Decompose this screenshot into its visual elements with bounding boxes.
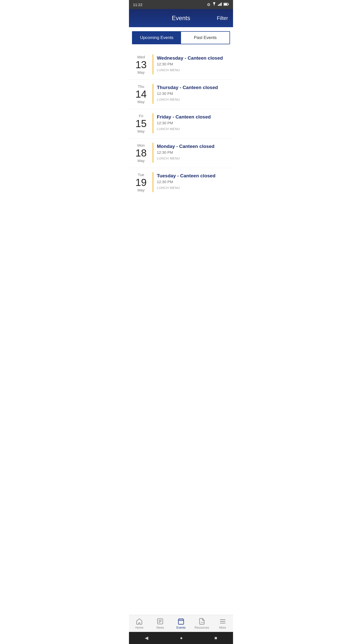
event-details: Tuesday - Canteen closed 12:30 PM LUNCH …	[157, 172, 229, 190]
status-bar: 11:22 ⚙	[129, 0, 233, 9]
event-item[interactable]: Thu 14 May Thursday - Canteen closed 12:…	[129, 80, 233, 109]
event-details: Friday - Canteen closed 12:30 PM LUNCH M…	[157, 113, 229, 131]
svg-rect-1	[219, 4, 220, 6]
event-tag: LUNCH MENU	[157, 186, 229, 190]
events-list: Wed 13 May Wednesday - Canteen closed 12…	[129, 48, 233, 196]
signal-icon	[218, 2, 222, 7]
svg-rect-3	[221, 3, 222, 6]
event-day-number: 15	[135, 118, 147, 129]
event-title: Thursday - Canteen closed	[157, 85, 229, 90]
event-time: 12:30 PM	[157, 180, 229, 184]
status-time: 11:22	[133, 3, 143, 7]
page-title: Events	[149, 15, 213, 22]
event-title: Tuesday - Canteen closed	[157, 173, 229, 179]
event-day-name: Tue	[138, 173, 144, 177]
event-date: Fri 15 May	[133, 113, 149, 133]
event-day-number: 13	[135, 60, 147, 70]
event-time: 12:30 PM	[157, 91, 229, 96]
status-icons: ⚙	[207, 2, 229, 7]
wifi-icon	[212, 2, 216, 7]
event-item[interactable]: Mon 18 May Monday - Canteen closed 12:30…	[129, 139, 233, 168]
svg-rect-6	[224, 4, 227, 5]
event-date: Mon 18 May	[133, 143, 149, 163]
tabs-container: Upcoming Events Past Events	[132, 31, 230, 44]
event-time: 12:30 PM	[157, 150, 229, 154]
event-date: Wed 13 May	[133, 54, 149, 74]
event-time: 12:30 PM	[157, 62, 229, 66]
event-month: May	[138, 129, 145, 133]
event-time: 12:30 PM	[157, 121, 229, 125]
page-header: Events Filter	[129, 9, 233, 27]
tab-upcoming-events[interactable]: Upcoming Events	[132, 32, 181, 44]
filter-button[interactable]: Filter	[213, 15, 228, 21]
event-month: May	[138, 100, 145, 104]
event-tag: LUNCH MENU	[157, 68, 229, 72]
event-month: May	[138, 70, 145, 74]
event-divider	[153, 113, 153, 133]
svg-rect-5	[228, 4, 229, 5]
event-item[interactable]: Wed 13 May Wednesday - Canteen closed 12…	[129, 50, 233, 80]
event-day-number: 19	[135, 177, 147, 187]
event-tag: LUNCH MENU	[157, 127, 229, 131]
event-details: Monday - Canteen closed 12:30 PM LUNCH M…	[157, 143, 229, 160]
event-divider	[153, 172, 153, 192]
event-divider	[153, 143, 153, 163]
event-details: Wednesday - Canteen closed 12:30 PM LUNC…	[157, 54, 229, 72]
event-title: Friday - Canteen closed	[157, 114, 229, 120]
event-title: Wednesday - Canteen closed	[157, 55, 229, 61]
event-date: Tue 19 May	[133, 172, 149, 192]
event-details: Thursday - Canteen closed 12:30 PM LUNCH…	[157, 84, 229, 101]
battery-icon	[223, 2, 229, 7]
event-month: May	[138, 158, 145, 163]
event-tag: LUNCH MENU	[157, 156, 229, 160]
tab-past-events[interactable]: Past Events	[181, 32, 230, 44]
event-date: Thu 14 May	[133, 84, 149, 104]
event-item[interactable]: Tue 19 May Tuesday - Canteen closed 12:3…	[129, 168, 233, 196]
event-day-name: Thu	[138, 84, 144, 89]
event-month: May	[138, 188, 145, 192]
event-tag: LUNCH MENU	[157, 98, 229, 101]
event-day-number: 18	[135, 148, 147, 158]
event-day-name: Mon	[137, 143, 145, 147]
settings-icon: ⚙	[207, 2, 210, 7]
event-title: Monday - Canteen closed	[157, 144, 229, 149]
event-divider	[153, 84, 153, 104]
event-day-number: 14	[135, 89, 147, 99]
svg-rect-2	[220, 3, 221, 6]
event-day-name: Fri	[139, 114, 143, 118]
svg-rect-0	[218, 5, 219, 6]
event-divider	[153, 54, 153, 74]
event-day-name: Wed	[137, 55, 145, 59]
event-item[interactable]: Fri 15 May Friday - Canteen closed 12:30…	[129, 109, 233, 139]
